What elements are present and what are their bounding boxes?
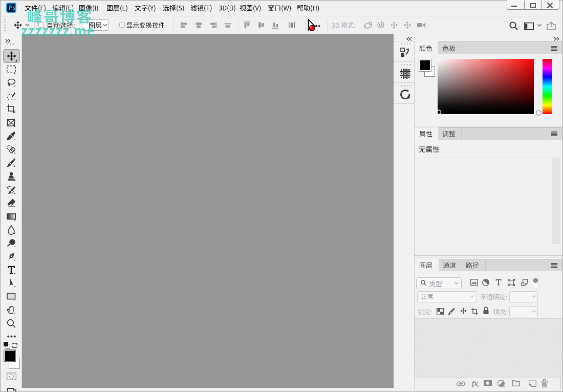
svg-text:fx: fx — [472, 380, 478, 387]
